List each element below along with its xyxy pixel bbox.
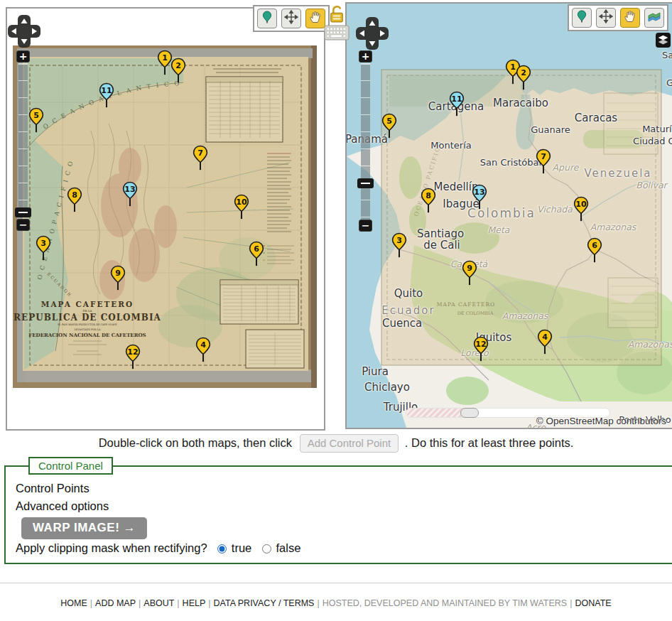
map-place-label: Amazonas (628, 339, 672, 350)
control-point-marker-7[interactable]: 7 (535, 148, 552, 174)
svg-text:11: 11 (451, 94, 462, 104)
move-icon (284, 10, 298, 27)
control-point-marker-8[interactable]: 8 (66, 187, 83, 212)
control-point-marker-9[interactable]: 9 (109, 265, 126, 291)
footer-item-help[interactable]: HELP (183, 598, 206, 608)
control-point-marker-10[interactable]: 10 (233, 194, 250, 220)
map-place-label: de Cali (423, 239, 460, 252)
clip-true-radio[interactable] (217, 544, 227, 554)
control-point-marker-13[interactable]: 13 (471, 184, 488, 210)
pan-tool-button[interactable] (305, 9, 325, 28)
scan-title-3: REPUBLICA DE COLOMBIA (13, 313, 161, 323)
control-point-marker-11[interactable]: 11 (98, 82, 115, 108)
scanned-map-image[interactable]: MAPA CAFETERO DE LA REPUBLICA DE COLOMBI… (13, 45, 317, 388)
opacity-slider-fill (406, 409, 463, 417)
zoom-slider-handle[interactable] (15, 207, 31, 217)
source-map-toolbar (253, 5, 330, 32)
footer-item-data-privacy-terms[interactable]: DATA PRIVACY / TERMS (214, 598, 315, 608)
mapwarper-rectify-page: MAPA CAFETERO DE LA REPUBLICA DE COLOMBI… (0, 0, 672, 621)
svg-text:8: 8 (426, 191, 431, 200)
clipping-mask-row: Apply clipping mask when rectifying? tru… (16, 541, 672, 555)
keyboard-shortcuts-icon[interactable] (324, 23, 349, 42)
destination-map-toolbar (568, 4, 668, 31)
control-point-marker-4[interactable]: 4 (536, 329, 553, 355)
zoom-slider-handle[interactable] (357, 178, 374, 188)
layer-tool-button[interactable] (644, 8, 664, 28)
control-point-marker-2[interactable]: 2 (515, 65, 532, 90)
clip-false-radio[interactable] (262, 544, 271, 554)
move-icon (599, 9, 613, 26)
footer-item-add-map[interactable]: ADD MAP (95, 598, 136, 608)
add-control-point-tool-button[interactable] (572, 8, 592, 28)
map-place-label: Meta (487, 225, 509, 235)
control-point-marker-6[interactable]: 6 (586, 237, 603, 263)
scan-subtitle-2: LEVANTADO POR LA (75, 328, 101, 331)
zoom-in-button[interactable]: + (16, 50, 30, 63)
svg-text:6: 6 (254, 244, 259, 254)
control-point-marker-3[interactable]: 3 (391, 232, 408, 258)
svg-text:5: 5 (33, 111, 39, 120)
control-points-link[interactable]: Control Points (16, 480, 672, 497)
footer-separator: | (90, 598, 92, 608)
hand-icon (623, 9, 637, 26)
control-point-marker-6[interactable]: 6 (248, 241, 265, 266)
footer-separator: | (177, 598, 179, 608)
instruction-before: Double-click on both maps, then click (99, 436, 292, 449)
add-control-point-tool-button[interactable] (257, 9, 277, 28)
control-point-marker-9[interactable]: 9 (461, 260, 478, 286)
control-point-marker-8[interactable]: 8 (420, 188, 437, 213)
zoom-in-button[interactable]: + (359, 50, 372, 63)
map-place-label: G (666, 77, 672, 88)
scan-title-4: FEDERACION NACIONAL DE CAFETEROS (28, 332, 146, 338)
svg-text:9: 9 (115, 269, 121, 278)
move-control-point-tool-button[interactable] (281, 9, 301, 28)
control-point-marker-3[interactable]: 3 (35, 235, 52, 261)
map-place-label: Venezuela (584, 167, 651, 180)
control-point-marker-5[interactable]: 5 (381, 113, 398, 139)
footer-separator: | (317, 598, 319, 608)
zoom-slider-track[interactable] (361, 63, 370, 220)
map-place-label: San Cristóbal (480, 157, 541, 168)
footer-item-about[interactable]: ABOUT (143, 598, 174, 608)
layer-switcher-button[interactable] (656, 33, 671, 48)
footer-item-donate[interactable]: DONATE (575, 598, 611, 608)
add-control-point-button[interactable]: Add Control Point (300, 434, 399, 453)
zoom-out-button[interactable]: − (16, 219, 30, 231)
footer-item-home[interactable]: HOME (60, 598, 87, 608)
control-point-marker-5[interactable]: 5 (28, 107, 45, 133)
control-point-marker-13[interactable]: 13 (121, 181, 139, 207)
control-point-marker-11[interactable]: 11 (448, 91, 465, 117)
osm-attribution-link[interactable]: © OpenStreetMap contributors (536, 416, 666, 426)
control-point-marker-10[interactable]: 10 (573, 196, 590, 222)
map-place-label: Vichada (537, 204, 573, 215)
pan-tool-button[interactable] (620, 8, 640, 28)
lock-maps-icon[interactable] (328, 4, 346, 24)
clip-false-label[interactable]: false (276, 541, 300, 554)
pan-pad[interactable] (354, 15, 391, 52)
footer-nav: HOME|ADD MAP|ABOUT|HELP|DATA PRIVACY / T… (0, 598, 672, 608)
clipping-mask-question: Apply clipping mask when rectifying? (16, 541, 207, 554)
zoom-out-button[interactable]: − (359, 220, 372, 232)
warp-image-label: WARP IMAGE! (33, 521, 119, 534)
control-point-marker-2[interactable]: 2 (170, 58, 187, 83)
opacity-slider-handle[interactable] (460, 408, 479, 418)
zoom-slider-track[interactable] (18, 63, 28, 217)
footer-item-hosted-developed-and-maintained-by-tim-waters: HOSTED, DEVELOPED AND MAINTAINED BY TIM … (323, 598, 568, 608)
control-point-marker-12[interactable]: 12 (124, 344, 141, 369)
svg-text:9: 9 (467, 264, 472, 273)
pin-icon (575, 9, 589, 26)
control-point-marker-4[interactable]: 4 (195, 337, 212, 362)
svg-text:1: 1 (162, 53, 168, 63)
layers-map-icon (647, 9, 661, 26)
control-point-marker-7[interactable]: 7 (192, 145, 209, 171)
clip-true-label[interactable]: true (232, 541, 251, 554)
pan-pad[interactable] (6, 13, 43, 50)
control-panel: Control Panel Control Points Advanced op… (4, 457, 672, 564)
advanced-options-link[interactable]: Advanced options (16, 497, 672, 515)
svg-text:13: 13 (124, 185, 135, 194)
svg-text:6: 6 (592, 241, 597, 250)
control-point-marker-12[interactable]: 12 (472, 336, 489, 362)
warp-image-button[interactable]: WARP IMAGE! → (21, 517, 147, 539)
map-place-label: Montería (430, 140, 471, 151)
move-control-point-tool-button[interactable] (596, 8, 616, 28)
